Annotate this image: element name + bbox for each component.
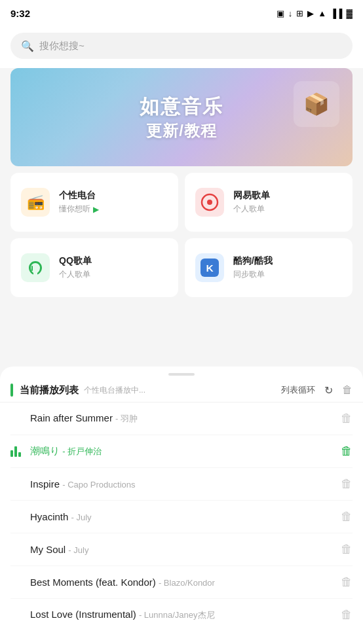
song-info: Inspire - Capo Productions (30, 478, 334, 490)
delete-playlist-icon[interactable]: 🗑 (342, 384, 353, 396)
sheet-header-right: 列表循环 ↻ 🗑 (281, 384, 353, 397)
qq-title: QQ歌单 (59, 255, 168, 267)
banner-line1: 如意音乐 (140, 94, 223, 120)
download-icon: ↓ (288, 9, 293, 18)
song-item[interactable]: Lost Love (Instrumental) - Lunnna/Janey杰… (10, 599, 353, 631)
remove-song-icon[interactable]: 🗑 (341, 608, 353, 622)
netease-sub: 个人歌单 (233, 204, 342, 215)
personal-radio-title: 个性电台 (59, 190, 168, 202)
search-placeholder: 搜你想搜~ (39, 40, 85, 52)
song-name: Lost Love (Instrumental) - Lunnna/Janey杰… (30, 609, 334, 621)
song-name: My Soul - July (30, 544, 334, 555)
song-item[interactable]: Inspire - Capo Productions 🗑 (10, 468, 353, 501)
card-personal-radio[interactable]: 📻 个性电台 懂你想听 ▶ (10, 173, 178, 232)
card-kugou-playlist[interactable]: K 酷狗/酷我 同步歌单 (185, 238, 353, 297)
svg-point-1 (207, 200, 212, 205)
image-icon: ⊞ (296, 9, 303, 18)
cards-grid: 📻 个性电台 懂你想听 ▶ 网易歌单 个人歌单 (0, 173, 363, 304)
status-time: 9:32 (10, 8, 30, 19)
sheet-header-left: 当前播放列表 个性电台播放中... (10, 384, 281, 397)
song-info: Hyacinth - July (30, 511, 334, 522)
status-bar: 9:32 ▣ ↓ ⊞ ▶ ▲ ▐▐ ▓ (0, 0, 363, 26)
sheet-loop-label: 列表循环 (281, 384, 315, 396)
card-netease-playlist[interactable]: 网易歌单 个人歌单 (185, 173, 353, 232)
song-item[interactable]: My Soul - July 🗑 (10, 533, 353, 566)
playing-indicator (10, 446, 24, 457)
personal-radio-play: ▶ (93, 205, 99, 214)
song-name: Hyacinth - July (30, 511, 334, 522)
bar3 (18, 452, 21, 457)
loop-icon[interactable]: ↻ (324, 384, 333, 397)
remove-song-icon[interactable]: 🗑 (341, 477, 353, 491)
song-info: 潮鳴り - 折戸伸治 (30, 445, 334, 457)
sheet-title: 当前播放列表 (20, 384, 79, 397)
bar1 (10, 450, 13, 457)
bar2 (14, 446, 17, 457)
card-qq-playlist[interactable]: QQ歌单 个人歌单 (10, 238, 178, 297)
song-item[interactable]: 潮鳴り - 折戸伸治 🗑 (10, 435, 353, 468)
remove-song-icon[interactable]: 🗑 (341, 543, 353, 556)
sheet-header: 当前播放列表 个性电台播放中... 列表循环 ↻ 🗑 (0, 376, 363, 402)
netease-icon (195, 188, 224, 217)
qq-icon (21, 253, 50, 282)
remove-song-icon[interactable]: 🗑 (341, 575, 353, 589)
svg-text:K: K (206, 262, 214, 274)
kugou-title: 酷狗/酷我 (233, 255, 342, 267)
signal-icon: ▐▐ (330, 9, 342, 18)
personal-radio-info: 个性电台 懂你想听 ▶ (59, 190, 168, 215)
remove-song-icon[interactable]: 🗑 (341, 412, 353, 425)
song-info: My Soul - July (30, 544, 334, 555)
sheet-subtitle: 个性电台播放中... (84, 385, 145, 396)
qq-sub: 个人歌单 (59, 269, 168, 280)
song-info: Best Moments (feat. Kondor) - Blazo/Kond… (30, 577, 334, 588)
banner-decoration: 📦 (294, 81, 339, 127)
sheet-indicator (10, 384, 13, 397)
song-name: Rain after Summer - 羽肿 (30, 412, 334, 425)
bottom-sheet: 当前播放列表 个性电台播放中... 列表循环 ↻ 🗑 Rain after Su… (0, 367, 363, 644)
wifi-icon: ▲ (318, 9, 326, 18)
remove-song-icon[interactable]: 🗑 (341, 510, 353, 524)
song-item[interactable]: Best Moments (feat. Kondor) - Blazo/Kond… (10, 566, 353, 599)
song-name: 潮鳴り - 折戸伸治 (30, 445, 334, 457)
kugou-info: 酷狗/酷我 同步歌单 (233, 255, 342, 280)
song-info: Lost Love (Instrumental) - Lunnna/Janey杰… (30, 609, 334, 621)
media-icon: ▶ (307, 9, 314, 18)
song-item[interactable]: Hyacinth - July 🗑 (10, 501, 353, 533)
banner-text: 如意音乐 更新/教程 (140, 94, 223, 141)
battery-icon: ▓ (347, 9, 353, 18)
search-bar: 🔍 搜你想搜~ (0, 26, 363, 68)
qq-info: QQ歌单 个人歌单 (59, 255, 168, 280)
status-icons: ▣ ↓ ⊞ ▶ ▲ ▐▐ ▓ (277, 9, 353, 18)
song-list: Rain after Summer - 羽肿 🗑 潮鳴り - 折戸伸治 🗑 In… (0, 402, 363, 631)
banner-line2: 更新/教程 (140, 120, 223, 141)
personal-radio-sub: 懂你想听 ▶ (59, 204, 168, 215)
kugou-sub: 同步歌单 (233, 269, 342, 280)
banner[interactable]: 如意音乐 更新/教程 📦 (10, 68, 353, 166)
netease-title: 网易歌单 (233, 190, 342, 202)
notification-icon: ▣ (277, 9, 284, 18)
personal-radio-icon: 📻 (21, 188, 50, 217)
netease-info: 网易歌单 个人歌单 (233, 190, 342, 215)
song-info: Rain after Summer - 羽肿 (30, 412, 334, 425)
song-item[interactable]: Rain after Summer - 羽肿 🗑 (10, 402, 353, 435)
remove-song-icon[interactable]: 🗑 (341, 444, 353, 458)
song-name: Best Moments (feat. Kondor) - Blazo/Kond… (30, 577, 334, 588)
song-name: Inspire - Capo Productions (30, 478, 334, 490)
kugou-icon: K (195, 253, 224, 282)
search-input-container[interactable]: 🔍 搜你想搜~ (10, 33, 353, 59)
search-icon: 🔍 (21, 40, 34, 52)
